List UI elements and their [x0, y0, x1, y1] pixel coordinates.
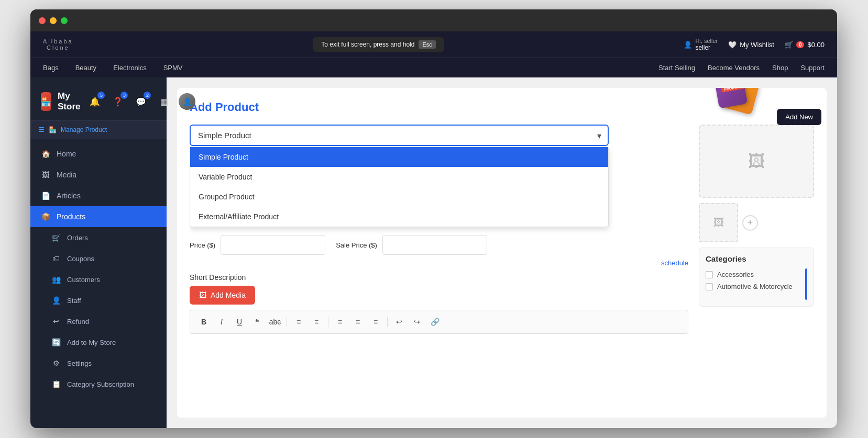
sidebar-label-home: Home — [57, 150, 76, 158]
product-type-input[interactable]: Simple Product — [190, 125, 609, 146]
bell-icon-btn[interactable]: 🔔 5 — [86, 93, 103, 110]
brand-logo: Alibaba Clone — [43, 38, 73, 51]
refund-icon: ↩ — [51, 317, 61, 326]
manage-product-bar: ☰ 🏪 Manage Product — [30, 121, 167, 139]
add-media-button[interactable]: 🖼 Add Media — [190, 286, 255, 305]
dashboard-icon-btn[interactable]: ▦ — [156, 93, 172, 110]
user-icon: 👤 — [684, 41, 692, 49]
category-item-accessories[interactable]: Accessories — [706, 268, 801, 280]
sale-price-input[interactable] — [382, 235, 487, 255]
nav-spmv[interactable]: SPMV — [163, 64, 183, 72]
sidebar-label-articles: Articles — [57, 192, 81, 200]
media-icon: 🖼 — [41, 170, 50, 179]
sidebar-item-category-subscription[interactable]: 📋 Category Subscription — [30, 374, 167, 395]
price-label: Price ($) — [190, 241, 215, 249]
bell-badge: 5 — [97, 92, 105, 99]
small-image-placeholder[interactable]: 🖼 — [699, 203, 738, 242]
orders-icon: 🛒 — [51, 233, 61, 242]
dropdown-item-variable[interactable]: Variable Product — [190, 167, 608, 187]
add-image-button[interactable]: + — [742, 215, 758, 231]
add-new-button[interactable]: Add New — [777, 109, 821, 125]
products-icon: 📦 — [41, 212, 50, 221]
fullscreen-button[interactable] — [61, 17, 68, 24]
align-right-button[interactable]: ≡ — [368, 315, 383, 329]
redo-button[interactable]: ↪ — [410, 315, 424, 329]
quote-button[interactable]: ❝ — [250, 315, 265, 329]
settings-icon: ⚙ — [51, 358, 61, 368]
cart-link[interactable]: 🛒 0 $0.00 — [785, 41, 825, 49]
align-left-button[interactable]: ≡ — [333, 315, 347, 329]
sidebar-label-media: Media — [57, 171, 76, 179]
minimize-button[interactable] — [50, 17, 57, 24]
dropdown-item-grouped[interactable]: Grouped Product — [190, 187, 608, 207]
right-panel: 🖼 🖼 + Categories — [699, 125, 814, 418]
cart-icon: 🛒 — [785, 41, 793, 49]
avatar[interactable]: 👤 — [179, 93, 195, 110]
staff-icon: 👤 — [51, 296, 61, 305]
sidebar-item-customers[interactable]: 👥 Customers — [30, 269, 167, 290]
wishlist-link[interactable]: 🤍 My Wishlist — [728, 41, 774, 49]
categories-scrollbar[interactable] — [805, 268, 807, 300]
nav-start-selling[interactable]: Start Selling — [658, 64, 695, 72]
category-item-automotive[interactable]: Automotive & Motorcycle — [706, 280, 801, 293]
user-greeting: Hi, seller — [695, 38, 718, 44]
unordered-list-button[interactable]: ≡ — [291, 315, 306, 329]
underline-button[interactable]: U — [232, 315, 247, 329]
user-account[interactable]: 👤 Hi, seller seller — [684, 38, 718, 51]
nav-bags[interactable]: Bags — [43, 64, 59, 72]
ordered-list-button[interactable]: ≡ — [309, 315, 324, 329]
short-description-label: Short Description — [190, 273, 688, 282]
image-row: 🖼 + — [699, 203, 814, 242]
editor-toolbar: B I U ❝ abc ≡ ≡ ≡ ≡ ≡ — [190, 310, 688, 334]
image-icon-small: 🖼 — [713, 217, 724, 229]
strikethrough-button[interactable]: abc — [268, 315, 282, 329]
sidebar-item-orders[interactable]: 🛒 Orders — [30, 227, 167, 248]
sidebar-label-orders: Orders — [67, 234, 88, 242]
browser-titlebar — [30, 9, 837, 31]
nav-electronics[interactable]: Electronics — [113, 64, 147, 72]
nav-support[interactable]: Support — [800, 64, 825, 72]
link-button[interactable]: 🔗 — [427, 315, 442, 329]
category-checkbox-accessories[interactable] — [706, 271, 713, 278]
home-icon: 🏠 — [41, 149, 50, 159]
main-image-placeholder[interactable]: 🖼 — [699, 125, 814, 198]
sidebar: 🏪 My Store 🔔 5 ❓ 3 💬 2 — [30, 77, 167, 428]
media-btn-label: Add Media — [211, 291, 246, 299]
navbar-right: 👤 Hi, seller seller 🤍 My Wishlist 🛒 0 $0… — [684, 38, 825, 51]
chat-badge: 2 — [144, 92, 151, 99]
sidebar-item-settings[interactable]: ⚙ Settings — [30, 353, 167, 374]
product-tag: PRODUCT — [721, 88, 745, 93]
nav-beauty[interactable]: Beauty — [75, 64, 96, 72]
schedule-link[interactable]: schedule — [661, 259, 688, 267]
sidebar-item-products[interactable]: 📦 Products — [30, 206, 167, 227]
undo-button[interactable]: ↩ — [392, 315, 406, 329]
sidebar-item-articles[interactable]: 📄 Articles — [30, 185, 167, 206]
close-button[interactable] — [39, 17, 46, 24]
sidebar-item-coupons[interactable]: 🏷 Coupons — [30, 248, 167, 269]
sidebar-item-refund[interactable]: ↩ Refund — [30, 311, 167, 332]
image-icon-main: 🖼 — [748, 152, 765, 171]
nav-shop[interactable]: Shop — [772, 64, 788, 72]
help-icon-btn[interactable]: ❓ 3 — [109, 93, 126, 110]
sidebar-item-staff[interactable]: 👤 Staff — [30, 290, 167, 311]
price-input[interactable] — [221, 235, 325, 255]
category-sub-icon: 📋 — [51, 379, 61, 389]
sidebar-item-home[interactable]: 🏠 Home — [30, 143, 167, 164]
articles-icon: 📄 — [41, 191, 50, 200]
sidebar-item-add-to-store[interactable]: 🔄 Add to My Store — [30, 332, 167, 353]
chat-icon-btn[interactable]: 💬 2 — [133, 93, 149, 110]
sidebar-label-products: Products — [57, 212, 85, 221]
category-checkbox-automotive[interactable] — [706, 283, 713, 290]
dropdown-item-simple[interactable]: Simple Product — [190, 147, 608, 167]
bold-button[interactable]: B — [196, 315, 211, 329]
sidebar-item-media[interactable]: 🖼 Media — [30, 164, 167, 185]
product-type-select-wrapper: Simple Product Simple Product Variable P… — [190, 125, 609, 146]
coupons-icon: 🏷 — [51, 254, 61, 263]
categories-title: Categories — [706, 254, 807, 263]
fullscreen-notice: To exit full screen, press and hold Esc — [313, 37, 444, 52]
top-navbar: Alibaba Clone To exit full screen, press… — [30, 31, 837, 58]
align-center-button[interactable]: ≡ — [350, 315, 365, 329]
nav-become-vendors[interactable]: Become Vendors — [708, 64, 760, 72]
dropdown-item-external[interactable]: External/Affiliate Product — [190, 207, 608, 227]
italic-button[interactable]: I — [214, 315, 229, 329]
